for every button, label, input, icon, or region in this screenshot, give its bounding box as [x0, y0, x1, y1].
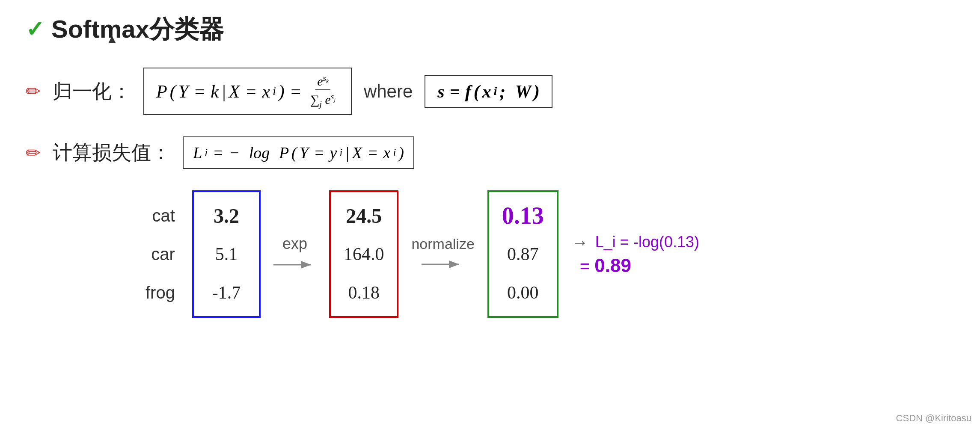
row-label-car: car — [146, 235, 179, 273]
diagram-section: cat car frog 3.2 5.1 -1.7 exp 24.5 — [26, 190, 954, 318]
loss-annotation: → L_i = -log(0.13) = 0.89 — [571, 232, 699, 276]
exp-car: 164.0 — [344, 235, 384, 273]
score-formula: s = f(xi; W) — [437, 81, 540, 102]
loss-arrow-row: → L_i = -log(0.13) — [571, 232, 699, 252]
score-frog: -1.7 — [207, 273, 246, 312]
loss-formula-text: L_i = -log(0.13) — [595, 233, 699, 251]
loss-arrow-icon: → — [571, 232, 588, 252]
exp-arrow-svg — [273, 256, 316, 273]
score-car: 5.1 — [207, 235, 246, 273]
row-label-frog: frog — [146, 273, 179, 312]
row-labels: cat car frog — [146, 196, 179, 312]
loss-formula-box: Li = − log P(Y = yi|X = xi) — [183, 136, 414, 169]
loss-formula-row: ✏ 计算损失值： Li = − log P(Y = yi|X = xi) — [26, 136, 954, 169]
score-cat: 3.2 — [207, 196, 246, 235]
where-text: where — [364, 81, 413, 102]
prob-formula: P(Y = k|X = xi) = esk ∑j esj — [156, 74, 339, 109]
normalize-label: normalize — [411, 236, 474, 252]
loss-result: = 0.89 — [571, 255, 631, 276]
row-label-cat: cat — [146, 196, 179, 235]
normalization-formula-box-1: P(Y = k|X = xi) = esk ∑j esj — [143, 68, 352, 115]
norm-cat: 0.13 — [502, 196, 544, 235]
title-row: ✓ Softmax分类器 — [26, 13, 954, 46]
pencil-icon-2: ✏ — [26, 142, 41, 163]
pencil-icon-1: ✏ — [26, 81, 41, 102]
normalize-arrow-block: normalize — [398, 236, 487, 273]
page-title: Softmax分类器 — [51, 13, 224, 46]
normalized-box: 0.13 0.87 0.00 — [487, 190, 558, 318]
loss-label: 计算损失值： — [53, 139, 171, 166]
normalization-formula-box-2: s = f(xi; W) — [425, 75, 552, 108]
norm-frog: 0.00 — [502, 273, 544, 312]
exp-frog: 0.18 — [344, 273, 384, 312]
normalization-label: 归一化： — [53, 78, 131, 105]
exp-cat: 24.5 — [344, 196, 384, 235]
checkmark-icon: ✓ — [26, 18, 45, 41]
loss-result-value: 0.89 — [594, 255, 631, 276]
scores-box: 3.2 5.1 -1.7 — [192, 190, 261, 318]
watermark: CSDN @Kiritoasu — [896, 413, 971, 424]
exp-arrow-block: exp — [261, 235, 329, 273]
exp-box: 24.5 164.0 0.18 — [329, 190, 399, 318]
loss-result-prefix: = — [580, 257, 594, 275]
norm-car: 0.87 — [502, 235, 544, 273]
exp-label: exp — [282, 235, 307, 253]
loss-formula-math: Li = − log P(Y = yi|X = xi) — [193, 143, 404, 162]
normalize-arrow-svg — [422, 256, 464, 273]
normalization-formula-row: ✏ 归一化： P(Y = k|X = xi) = esk ∑j esj wher… — [26, 68, 954, 115]
page-container: ✓ Softmax分类器 ▲ ✏ 归一化： P(Y = k|X = xi) = … — [0, 0, 980, 429]
